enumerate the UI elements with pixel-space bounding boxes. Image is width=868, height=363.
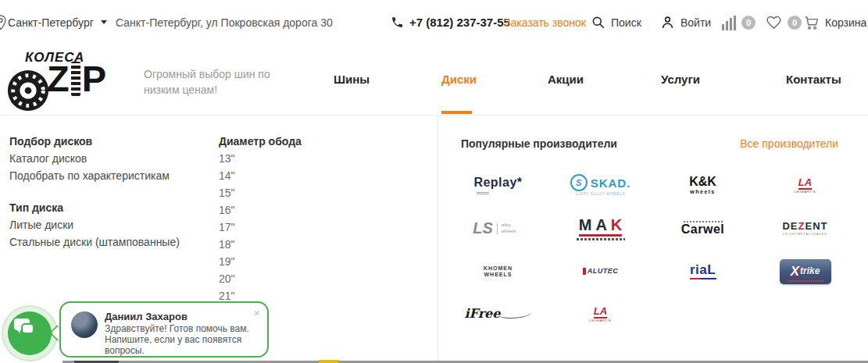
cart-button[interactable]: Корзина — [803, 0, 866, 44]
brand-skad[interactable]: S SKAD. LIGHT ALLOY WHEELS — [570, 174, 631, 196]
login-button[interactable]: Войти — [660, 0, 711, 44]
brand-dezent[interactable]: DE Z ENT LEICHTMETALLRÄDER — [782, 221, 827, 236]
link-alloy-wheels[interactable]: Литые диски — [9, 216, 180, 233]
favorites-button[interactable]: 0 — [766, 0, 802, 44]
nav-promotions[interactable]: Акции — [548, 44, 584, 114]
favorites-count-badge: 0 — [788, 16, 802, 30]
tread-strip — [71, 62, 80, 96]
heading-wheel-type: Тип диска — [9, 199, 180, 216]
heart-icon — [766, 15, 782, 30]
brand-legeartis-2[interactable]: LA LEGEARTIS — [590, 306, 612, 323]
diameter-14[interactable]: 14" — [219, 167, 302, 184]
diameter-17[interactable]: 17" — [219, 219, 302, 236]
separator — [497, 223, 498, 234]
link-wheel-catalog[interactable]: Каталог дисков — [9, 150, 180, 167]
brand-carwel[interactable]: Carwel — [681, 221, 724, 237]
login-label: Войти — [680, 16, 711, 29]
tire-logo-image — [6, 69, 50, 112]
brand-replay[interactable]: Replay* — [473, 176, 522, 194]
wheel-links-column: Подбор дисков Каталог дисков Подобрать п… — [9, 133, 180, 251]
heading-popular-manufacturers: Популярные производители — [461, 137, 617, 150]
chat-bubbles-icon — [14, 319, 34, 336]
search-button[interactable]: Поиск — [591, 0, 641, 44]
swoosh-decoration — [500, 310, 531, 319]
diameter-20[interactable]: 20" — [219, 270, 302, 287]
diameter-13[interactable]: 13" — [219, 150, 302, 167]
nav-services[interactable]: Услуги — [661, 44, 700, 114]
diameter-16[interactable]: 16" — [219, 201, 302, 219]
site-header: КОЛЕСА Z P Огромный выбор шин по низким … — [0, 44, 868, 116]
location-pin-icon — [0, 0, 7, 44]
brand-kk-wheels[interactable]: K&K wheels — [689, 176, 716, 194]
active-tab-underline — [441, 111, 472, 114]
brand-rial[interactable]: riaL — [690, 263, 716, 279]
brand-subtext-bar — [690, 278, 716, 279]
search-label: Поиск — [611, 16, 641, 29]
callback-link[interactable]: Заказать звонок — [504, 0, 586, 44]
link-steel-wheels[interactable]: Стальные диски (штампованные) — [9, 233, 180, 251]
nav-contacts[interactable]: Контакты — [786, 44, 841, 114]
link-by-specs[interactable]: Подобрать по характеристикам — [9, 167, 180, 184]
brand-mak[interactable]: MA K — [577, 217, 625, 240]
brand-subtext-bar — [577, 238, 625, 240]
nav-wheels-active[interactable]: Диски — [441, 44, 477, 114]
diameter-15[interactable]: 15" — [219, 184, 302, 201]
brand-khomen-wheels[interactable]: KHOMEN WHEELS — [484, 265, 513, 277]
vertical-divider — [438, 116, 438, 363]
bottom-page-edge-yellow — [319, 360, 338, 363]
city-label: Санкт-Петербург — [8, 16, 94, 29]
compare-count-badge: 0 — [741, 16, 755, 30]
chat-close-icon[interactable]: × — [254, 307, 260, 319]
brand-subtext-bar — [788, 280, 823, 282]
tagline: Огромный выбор шин по низким ценам! — [144, 66, 273, 98]
search-icon — [591, 15, 605, 30]
operator-avatar — [71, 311, 98, 338]
phone-number[interactable]: +7 (812) 237-37-55 — [391, 0, 510, 44]
phone-icon — [391, 16, 404, 29]
nav-tires[interactable]: Шины — [334, 44, 370, 114]
store-address: Санкт-Петербург, ул Покровская дорога 30 — [116, 0, 333, 44]
skad-icon: S — [570, 174, 588, 191]
heading-rim-diameter: Диаметр обода — [219, 133, 302, 150]
brand-ls-wheels[interactable]: LS alloy wheels — [473, 220, 523, 237]
brand-ifree[interactable]: iFree — [465, 308, 532, 321]
operator-name: Даниил Захаров — [105, 311, 188, 322]
logo[interactable]: КОЛЕСА Z P — [6, 47, 135, 112]
brand-logo-grid: Replay* S SKAD. LIGHT ALLOY WHEELS K&K w… — [447, 164, 856, 336]
heading-wheel-selection: Подбор дисков — [9, 133, 180, 150]
diameter-18[interactable]: 18" — [219, 236, 302, 253]
top-bar: Санкт-Петербург Санкт-Петербург, ул Покр… — [0, 0, 868, 45]
compare-icon — [722, 15, 736, 30]
diameter-19[interactable]: 19" — [219, 253, 302, 270]
brand-subtext-bar — [477, 191, 489, 194]
cart-icon — [803, 15, 820, 30]
brand-legeartis[interactable]: LA LEGEARTIS — [795, 177, 816, 194]
cart-label: Корзина — [825, 16, 866, 29]
all-manufacturers-link[interactable]: Все производители — [740, 137, 838, 150]
brand-x-trike[interactable]: X trike — [780, 259, 831, 284]
chat-popup: Даниил Захаров Здравствуйте! Готов помоч… — [59, 301, 269, 358]
chevron-down-icon — [101, 20, 107, 24]
brand-alutec[interactable]: ALUTEC — [583, 268, 619, 275]
city-selector[interactable]: Санкт-Петербург — [8, 0, 107, 44]
compare-button[interactable]: 0 — [722, 0, 755, 44]
logo-text-zip: Z P — [47, 61, 106, 97]
user-icon — [660, 15, 675, 30]
chat-message: Здравствуйте! Готов помочь вам. Напишите… — [105, 323, 261, 356]
rim-diameter-column: Диаметр обода 13" 14" 15" 16" 17" 18" 19… — [219, 133, 302, 304]
